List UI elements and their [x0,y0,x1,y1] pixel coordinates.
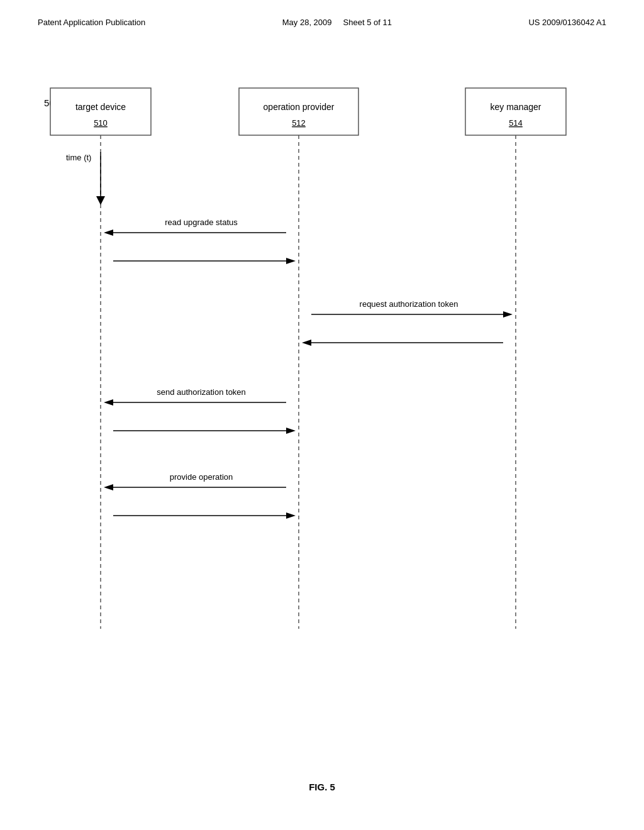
time-arrow-head [96,196,105,205]
msg-arrow-send-auth-token [104,399,113,406]
msg-arrow-reply2 [302,340,311,346]
msg-label-send-auth-token: send authorization token [157,387,246,397]
actor-label-key-manager: key manager [491,102,541,112]
header-right: US 2009/0136042 A1 [528,18,606,27]
actor-label-operation-provider: operation provider [264,102,335,112]
header-left: Patent Application Publication [38,18,145,27]
sequence-diagram: target device 510 operation provider 512… [31,82,610,679]
msg-label-read-upgrade-status: read upgrade status [165,218,238,227]
msg-arrow-reply3 [286,428,296,434]
msg-arrow-request-auth-token [503,311,513,318]
msg-arrow-read-upgrade-status [104,230,113,236]
msg-label-provide-operation: provide operation [170,472,233,482]
header-sheet: Sheet 5 of 11 [343,18,392,27]
msg-arrow-reply4 [286,512,296,519]
header-center: May 28, 2009 Sheet 5 of 11 [282,18,392,27]
actor-number-operation-provider: 512 [292,118,306,128]
header-date: May 28, 2009 [282,18,332,27]
msg-arrow-provide-operation [104,484,113,490]
figure-label: FIG. 5 [309,782,335,792]
msg-arrow-reply1 [286,258,296,264]
time-label: time (t) [66,153,91,162]
actor-label-target-device: target device [75,102,126,112]
actor-number-key-manager: 514 [509,118,523,128]
page-header: Patent Application Publication May 28, 2… [0,0,644,27]
page: Patent Application Publication May 28, 2… [0,0,644,830]
actor-number-target-device: 510 [94,118,108,128]
msg-label-request-auth-token: request authorization token [360,299,458,309]
